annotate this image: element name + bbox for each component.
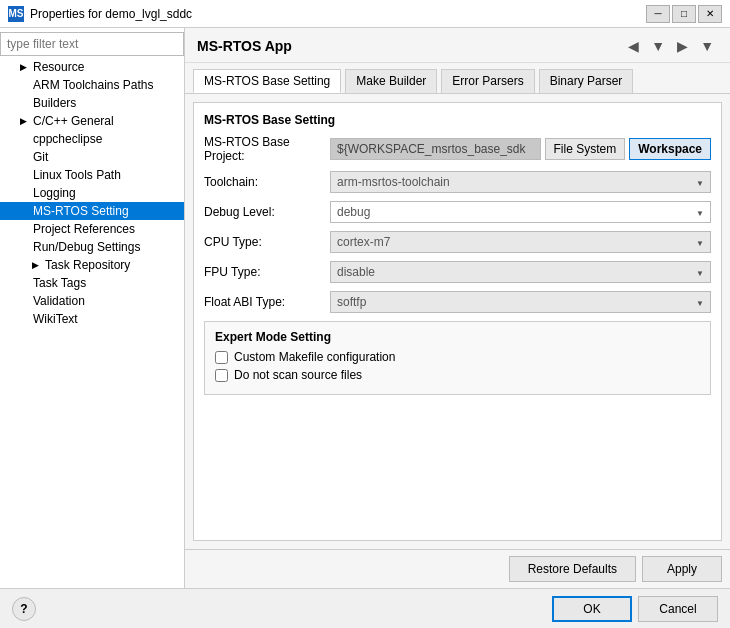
sidebar-label-logging: Logging [33, 186, 76, 200]
form-content: MS-RTOS Base Setting MS-RTOS Base Projec… [193, 102, 722, 541]
toolchain-row: Toolchain: arm-msrtos-toolchain [204, 171, 711, 193]
fpu-type-dropdown[interactable]: disable [330, 261, 711, 283]
custom-makefile-label: Custom Makefile configuration [234, 350, 395, 364]
debug-level-row: Debug Level: debug [204, 201, 711, 223]
sidebar-label-builders: Builders [33, 96, 76, 110]
sidebar-label-task-repository: Task Repository [45, 258, 130, 272]
toolchain-dropdown[interactable]: arm-msrtos-toolchain [330, 171, 711, 193]
tabs-bar: MS-RTOS Base SettingMake BuilderError Pa… [185, 63, 730, 94]
nav-forward-button[interactable]: ▶ [673, 36, 692, 56]
right-panel: MS-RTOS App ◀ ▼ ▶ ▼ MS-RTOS Base Setting… [185, 28, 730, 588]
debug-level-label: Debug Level: [204, 205, 324, 219]
float-abi-control: softfp [330, 291, 711, 313]
sidebar-item-arm-toolchains[interactable]: ARM Toolchains Paths [0, 76, 184, 94]
cpu-type-value: cortex-m7 [337, 235, 390, 249]
form-section-title: MS-RTOS Base Setting [204, 113, 711, 127]
footer: ? OK Cancel [0, 588, 730, 628]
float-abi-dropdown-arrow [696, 295, 704, 309]
sidebar-label-git: Git [33, 150, 48, 164]
float-abi-dropdown[interactable]: softfp [330, 291, 711, 313]
debug-level-dropdown[interactable]: debug [330, 201, 711, 223]
maximize-button[interactable]: □ [672, 5, 696, 23]
sidebar-item-msrtos-setting[interactable]: MS-RTOS Setting [0, 202, 184, 220]
base-project-label: MS-RTOS Base Project: [204, 135, 324, 163]
cpu-type-dropdown[interactable]: cortex-m7 [330, 231, 711, 253]
fpu-type-dropdown-arrow [696, 265, 704, 279]
sidebar-item-validation[interactable]: Validation [0, 292, 184, 310]
sidebar-item-builders[interactable]: Builders [0, 94, 184, 112]
footer-buttons: OK Cancel [552, 596, 718, 622]
cpu-type-control: cortex-m7 [330, 231, 711, 253]
workspace-button[interactable]: Workspace [629, 138, 711, 160]
no-scan-checkbox[interactable] [215, 369, 228, 382]
sidebar-item-logging[interactable]: Logging [0, 184, 184, 202]
fpu-type-value: disable [337, 265, 375, 279]
sidebar-item-wikitext[interactable]: WikiText [0, 310, 184, 328]
sidebar-label-resource: Resource [33, 60, 84, 74]
sidebar-label-task-tags: Task Tags [33, 276, 86, 290]
main-content: ResourceARM Toolchains PathsBuildersC/C+… [0, 28, 730, 588]
toolchain-dropdown-arrow [696, 175, 704, 189]
sidebar-label-validation: Validation [33, 294, 85, 308]
sidebar-item-task-repository[interactable]: Task Repository [0, 256, 184, 274]
help-button[interactable]: ? [12, 597, 36, 621]
file-system-button[interactable]: File System [545, 138, 626, 160]
sidebar-label-cppcheclipse: cppcheclipse [33, 132, 102, 146]
sidebar-item-resource[interactable]: Resource [0, 58, 184, 76]
tab-binary-parser[interactable]: Binary Parser [539, 69, 634, 93]
tab-msrtos-base[interactable]: MS-RTOS Base Setting [193, 69, 341, 93]
nav-dropdown-button[interactable]: ▼ [647, 36, 669, 56]
sidebar-item-git[interactable]: Git [0, 148, 184, 166]
nav-forward-dropdown-button[interactable]: ▼ [696, 36, 718, 56]
sidebar-item-project-references[interactable]: Project References [0, 220, 184, 238]
nav-back-button[interactable]: ◀ [624, 36, 643, 56]
sidebar-item-cpp-general[interactable]: C/C++ General [0, 112, 184, 130]
toolchain-value: arm-msrtos-toolchain [337, 175, 450, 189]
debug-level-dropdown-arrow [696, 205, 704, 219]
sidebar-item-task-tags[interactable]: Task Tags [0, 274, 184, 292]
panel-header: MS-RTOS App ◀ ▼ ▶ ▼ [185, 28, 730, 63]
panel-title: MS-RTOS App [197, 38, 292, 54]
sidebar-item-linux-tools[interactable]: Linux Tools Path [0, 166, 184, 184]
fpu-type-row: FPU Type: disable [204, 261, 711, 283]
cancel-button[interactable]: Cancel [638, 596, 718, 622]
filter-input[interactable] [0, 32, 184, 56]
sidebar-label-cpp-general: C/C++ General [33, 114, 114, 128]
float-abi-value: softfp [337, 295, 366, 309]
apply-button[interactable]: Apply [642, 556, 722, 582]
sidebar-item-cppcheclipse[interactable]: cppcheclipse [0, 130, 184, 148]
title-bar-left: MS Properties for demo_lvgl_sddc [8, 6, 192, 22]
bottom-action-bar: Restore Defaults Apply [185, 549, 730, 588]
toolchain-control: arm-msrtos-toolchain [330, 171, 711, 193]
sidebar-label-arm-toolchains: ARM Toolchains Paths [33, 78, 154, 92]
window-controls: ─ □ ✕ [646, 5, 722, 23]
custom-makefile-row: Custom Makefile configuration [215, 350, 700, 364]
sidebar-item-run-debug[interactable]: Run/Debug Settings [0, 238, 184, 256]
close-button[interactable]: ✕ [698, 5, 722, 23]
sidebar: ResourceARM Toolchains PathsBuildersC/C+… [0, 28, 185, 588]
cpu-type-dropdown-arrow [696, 235, 704, 249]
fpu-type-label: FPU Type: [204, 265, 324, 279]
arrow-icon-cpp-general [20, 116, 30, 126]
debug-level-control: debug [330, 201, 711, 223]
float-abi-row: Float ABI Type: softfp [204, 291, 711, 313]
title-bar: MS Properties for demo_lvgl_sddc ─ □ ✕ [0, 0, 730, 28]
cpu-type-row: CPU Type: cortex-m7 [204, 231, 711, 253]
base-project-control: File System Workspace [330, 138, 711, 160]
app-icon: MS [8, 6, 24, 22]
sidebar-label-linux-tools: Linux Tools Path [33, 168, 121, 182]
restore-defaults-button[interactable]: Restore Defaults [509, 556, 636, 582]
panel-nav: ◀ ▼ ▶ ▼ [624, 36, 718, 56]
tab-error-parsers[interactable]: Error Parsers [441, 69, 534, 93]
float-abi-label: Float ABI Type: [204, 295, 324, 309]
arrow-icon-resource [20, 62, 30, 72]
sidebar-label-run-debug: Run/Debug Settings [33, 240, 140, 254]
debug-level-value: debug [337, 205, 370, 219]
custom-makefile-checkbox[interactable] [215, 351, 228, 364]
minimize-button[interactable]: ─ [646, 5, 670, 23]
tab-make-builder[interactable]: Make Builder [345, 69, 437, 93]
expert-title: Expert Mode Setting [215, 330, 700, 344]
ok-button[interactable]: OK [552, 596, 632, 622]
sidebar-label-msrtos-setting: MS-RTOS Setting [33, 204, 129, 218]
base-project-input[interactable] [330, 138, 541, 160]
